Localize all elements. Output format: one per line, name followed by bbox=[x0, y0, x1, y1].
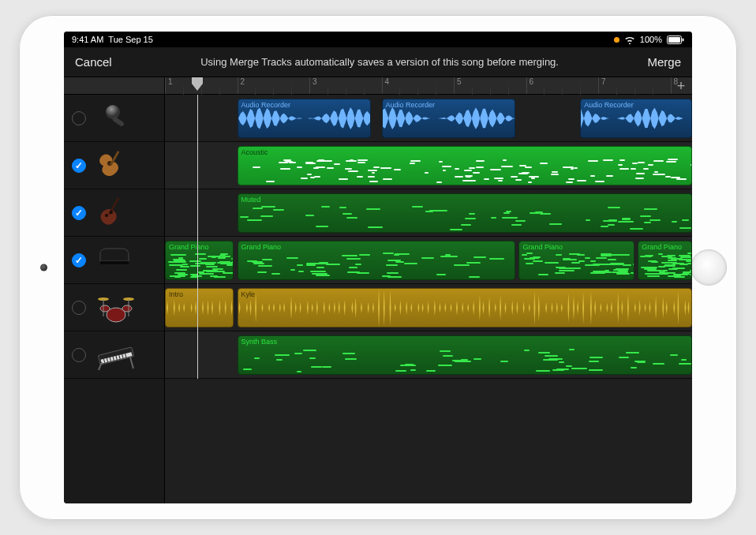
ruler-bar: 5 bbox=[454, 77, 462, 94]
track-row[interactable]: Grand PianoGrand PianoGrand PianoGrand P… bbox=[165, 237, 692, 284]
ruler-subdivision bbox=[273, 87, 274, 95]
ruler-spacer bbox=[64, 77, 164, 95]
region[interactable]: Audio Recorder bbox=[238, 99, 371, 138]
status-time: 9:41 AM bbox=[72, 35, 103, 44]
track-row[interactable]: Synth Bass bbox=[165, 331, 692, 379]
ruler-subdivision bbox=[653, 87, 653, 95]
battery-percent: 100% bbox=[640, 35, 662, 44]
ruler-subdivision bbox=[183, 87, 184, 95]
battery-icon bbox=[667, 36, 684, 44]
timeline-ruler[interactable]: + 12345678 bbox=[165, 77, 692, 95]
ruler-bar: 2 bbox=[238, 77, 245, 94]
playhead-line bbox=[197, 95, 198, 379]
track-select-checkbox[interactable] bbox=[72, 301, 86, 315]
region-label: Grand Piano bbox=[169, 243, 209, 251]
track-row[interactable]: Audio RecorderAudio RecorderAudio Record… bbox=[165, 95, 692, 142]
region-label: Grand Piano bbox=[241, 243, 282, 251]
region-label: Grand Piano bbox=[642, 243, 682, 251]
region-label: Audio Recorder bbox=[584, 101, 634, 109]
grand-piano-icon bbox=[94, 243, 138, 278]
ruler-subdivision bbox=[219, 87, 220, 95]
ruler-subdivision bbox=[616, 87, 617, 95]
merge-message: Using Merge Tracks automatically saves a… bbox=[112, 56, 648, 68]
merge-button[interactable]: Merge bbox=[647, 55, 681, 69]
track-select-checkbox[interactable] bbox=[72, 348, 86, 362]
ruler-bar: 3 bbox=[309, 77, 317, 94]
ruler-subdivision bbox=[436, 87, 436, 95]
ruler-bar: 1 bbox=[165, 77, 173, 94]
region-label: Grand Piano bbox=[522, 243, 563, 251]
ruler-subdivision bbox=[346, 87, 346, 95]
region-label: Synth Bass bbox=[241, 338, 278, 346]
ruler-subdivision bbox=[255, 87, 256, 95]
ruler-subdivision bbox=[364, 87, 365, 95]
ruler-bar: 7 bbox=[598, 77, 606, 94]
svg-point-15 bbox=[100, 305, 110, 312]
wifi-icon bbox=[624, 36, 635, 44]
region[interactable]: Muted bbox=[238, 193, 692, 233]
tracks-area[interactable]: + 12345678 Audio RecorderAudio RecorderA… bbox=[165, 77, 692, 503]
svg-rect-1 bbox=[668, 37, 680, 43]
region-label: Kyle bbox=[241, 290, 256, 298]
track-header[interactable] bbox=[64, 142, 164, 189]
region[interactable]: Grand Piano bbox=[518, 241, 634, 280]
track-header[interactable] bbox=[64, 189, 164, 237]
ruler-subdivision bbox=[562, 87, 563, 95]
ruler-subdivision bbox=[472, 87, 473, 95]
ruler-subdivision bbox=[634, 87, 635, 95]
region[interactable]: Kyle bbox=[238, 288, 692, 327]
region[interactable]: Grand Piano bbox=[165, 241, 234, 280]
region[interactable]: Intro bbox=[165, 288, 234, 327]
region[interactable]: Acoustic bbox=[238, 146, 692, 185]
region[interactable]: Audio Recorder bbox=[382, 99, 515, 138]
ruler-subdivision bbox=[417, 87, 418, 95]
status-date: Tue Sep 15 bbox=[108, 35, 152, 44]
ipad-frame: 9:41 AM Tue Sep 15 100% Cancel Using Mer… bbox=[19, 15, 737, 520]
svg-line-32 bbox=[130, 357, 133, 369]
tracks-rows: Audio RecorderAudio RecorderAudio Record… bbox=[165, 95, 692, 379]
microphone-icon bbox=[94, 101, 138, 136]
recording-indicator-icon bbox=[614, 37, 619, 43]
track-header[interactable] bbox=[64, 284, 164, 331]
bass-guitar-icon bbox=[94, 196, 138, 230]
ruler-subdivision bbox=[508, 87, 509, 95]
region-label: Acoustic bbox=[241, 148, 268, 156]
ruler-subdivision bbox=[291, 87, 292, 95]
ruler-bar: 6 bbox=[526, 77, 534, 94]
ruler-subdivision bbox=[544, 87, 545, 95]
home-button[interactable] bbox=[691, 249, 727, 286]
svg-rect-2 bbox=[683, 38, 684, 41]
track-row[interactable]: Muted bbox=[165, 189, 692, 237]
region[interactable]: Grand Piano bbox=[238, 241, 515, 280]
track-select-checkbox[interactable] bbox=[72, 111, 86, 125]
track-header[interactable] bbox=[64, 95, 164, 142]
svg-point-16 bbox=[122, 305, 132, 312]
region[interactable]: Synth Bass bbox=[238, 335, 692, 375]
svg-point-3 bbox=[106, 105, 120, 119]
track-header[interactable] bbox=[64, 237, 164, 284]
tracks-editor: + 12345678 Audio RecorderAudio RecorderA… bbox=[64, 77, 692, 503]
region-label: Muted bbox=[241, 196, 261, 204]
acoustic-guitar-icon bbox=[94, 148, 138, 183]
ruler-subdivision bbox=[399, 87, 400, 95]
track-headers bbox=[64, 77, 165, 503]
playhead-marker[interactable] bbox=[192, 77, 203, 92]
ruler-bar: 8 bbox=[671, 77, 679, 94]
ruler-subdivision bbox=[580, 87, 581, 95]
track-select-checkbox[interactable] bbox=[72, 253, 86, 268]
merge-toolbar: Cancel Using Merge Tracks automatically … bbox=[64, 47, 692, 77]
track-select-checkbox[interactable] bbox=[72, 206, 86, 220]
screen: 9:41 AM Tue Sep 15 100% Cancel Using Mer… bbox=[64, 32, 692, 503]
camera-dot bbox=[40, 264, 47, 271]
ruler-subdivision bbox=[327, 87, 328, 95]
region[interactable]: Audio Recorder bbox=[580, 99, 692, 138]
ruler-subdivision bbox=[490, 87, 491, 95]
svg-rect-10 bbox=[100, 261, 129, 264]
track-select-checkbox[interactable] bbox=[72, 159, 86, 173]
cancel-button[interactable]: Cancel bbox=[75, 55, 112, 69]
track-header[interactable] bbox=[64, 331, 164, 379]
region[interactable]: Grand Piano bbox=[638, 241, 692, 280]
region-label: Audio Recorder bbox=[241, 101, 291, 109]
track-row[interactable]: IntroKyle bbox=[165, 284, 692, 331]
track-row[interactable]: Acoustic bbox=[165, 142, 692, 189]
